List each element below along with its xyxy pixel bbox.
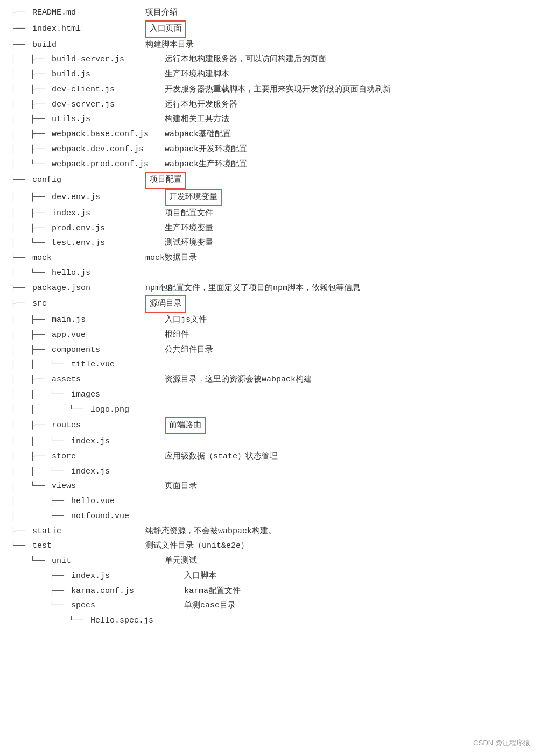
description: 开发环境变量 — [165, 189, 222, 206]
description: npm包配置文件，里面定义了项目的npm脚本，依赖包等信息 — [145, 281, 360, 296]
tree-row: ├── build构建脚本目录 — [11, 38, 530, 53]
tree-prefix: │ │ └── — [11, 387, 69, 402]
tree-prefix: ├── — [11, 5, 30, 20]
description: 项目配置文件 — [165, 206, 213, 221]
description: 入口js文件 — [165, 313, 207, 328]
description: 前端路由 — [165, 417, 206, 434]
tree-row: │ ├── hello.vue — [11, 494, 530, 509]
description: 纯静态资源，不会被wabpack构建。 — [145, 524, 276, 539]
description: 公共组件目录 — [165, 343, 213, 358]
filename: package.json — [32, 281, 140, 296]
tree-row: │ ├── dev-server.js运行本地开发服务器 — [11, 97, 530, 112]
tree-row: └── specs单测case目录 — [11, 598, 530, 613]
filename: dev-client.js — [52, 82, 159, 97]
filename: config — [32, 173, 140, 188]
filename: build.js — [52, 67, 159, 82]
tree-prefix: ├── — [11, 281, 30, 296]
tree-prefix: └── — [11, 613, 88, 628]
filename: Hello.spec.js — [90, 613, 198, 628]
description: wabpack生产环境配置 — [165, 157, 247, 172]
description: 生产环境构建脚本 — [165, 67, 229, 82]
tree-row: │ ├── store应用级数据（state）状态管理 — [11, 449, 530, 464]
highlight-label: 源码目录 — [145, 295, 186, 313]
filename: webpack.base.conf.js — [52, 127, 159, 142]
description: 入口页面 — [145, 20, 186, 38]
description: 源码目录 — [145, 295, 186, 313]
tree-prefix: ├── — [11, 296, 30, 312]
description: 项目介绍 — [145, 5, 178, 20]
tree-prefix: ├── — [11, 22, 30, 37]
tree-prefix: ├── — [11, 584, 69, 599]
tree-row: └── unit单元测试 — [11, 554, 530, 569]
tree-row: ├── package.jsonnpm包配置文件，里面定义了项目的npm脚本，依… — [11, 281, 530, 296]
tree-prefix: │ │ └── — [11, 464, 69, 479]
tree-row: │ ├── dev-client.js开发服务器热重载脚本，主要用来实现开发阶段… — [11, 82, 530, 97]
tree-row: │ ├── components公共组件目录 — [11, 343, 530, 358]
tree-row: │ └── notfound.vue — [11, 509, 530, 524]
description: 应用级数据（state）状态管理 — [165, 449, 278, 464]
tree-prefix: │ │ └── — [11, 434, 69, 449]
description: 资源目录，这里的资源会被wabpack构建 — [165, 372, 312, 387]
description: 运行本地构建服务器，可以访问构建后的页面 — [165, 52, 326, 67]
tree-prefix: │ ├── — [11, 343, 50, 358]
filename: dev-server.js — [52, 97, 159, 112]
highlight-label: 入口页面 — [145, 20, 186, 38]
filename: mock — [32, 251, 140, 266]
filename: hello.vue — [71, 494, 179, 509]
tree-row: ├── static纯静态资源，不会被wabpack构建。 — [11, 524, 530, 539]
tree-row: │ ├── prod.env.js生产环境变量 — [11, 221, 530, 236]
highlight-label: 项目配置 — [145, 172, 186, 189]
filename: build-server.js — [52, 52, 159, 67]
tree-prefix: └── — [11, 539, 30, 554]
description: 测试文件目录（unit&e2e） — [145, 539, 249, 554]
tree-prefix: │ ├── — [11, 418, 50, 433]
description: wabpack开发环境配置 — [165, 142, 247, 157]
filename: hello.js — [52, 266, 159, 281]
filename: test — [32, 539, 140, 554]
filename: routes — [52, 418, 159, 433]
tree-row: ├── index.js入口脚本 — [11, 569, 530, 584]
filename: README.md — [32, 5, 140, 20]
tree-prefix: ├── — [11, 173, 30, 188]
tree-prefix: ├── — [11, 524, 30, 539]
tree-prefix: │ ├── — [11, 313, 50, 328]
tree-row: ├── index.html入口页面 — [11, 20, 530, 38]
tree-row: ├── config项目配置 — [11, 172, 530, 189]
filename: utils.js — [52, 112, 159, 127]
description: 生产环境变量 — [165, 221, 213, 236]
filename: views — [52, 479, 159, 494]
filename: app.vue — [52, 328, 159, 343]
description: 测试环境变量 — [165, 236, 213, 251]
tree-row: │ └── test.env.js测试环境变量 — [11, 236, 530, 251]
filename: images — [71, 387, 179, 402]
tree-row: │ ├── main.js入口js文件 — [11, 313, 530, 328]
tree-row: ├── karma.conf.jskarma配置文件 — [11, 584, 530, 599]
tree-row: │ ├── dev.env.js开发环境变量 — [11, 189, 530, 206]
filename: karma.conf.js — [71, 584, 179, 599]
tree-prefix: │ ├── — [11, 221, 50, 236]
tree-row: │ ├── webpack.dev.conf.jswabpack开发环境配置 — [11, 142, 530, 157]
filename: logo.png — [90, 402, 198, 418]
tree-prefix: │ ├── — [11, 494, 69, 509]
tree-row: │ │ └── logo.png — [11, 402, 530, 418]
filename: index.js — [71, 569, 179, 584]
tree-row: │ ├── build-server.js运行本地构建服务器，可以访问构建后的页… — [11, 52, 530, 67]
filename: test.env.js — [52, 236, 159, 251]
tree-row: │ │ └── index.js — [11, 434, 530, 449]
tree-prefix: │ │ └── — [11, 402, 88, 418]
tree-row: │ ├── assets资源目录，这里的资源会被wabpack构建 — [11, 372, 530, 387]
filename: index.html — [32, 22, 140, 37]
description: 运行本地开发服务器 — [165, 97, 237, 112]
filename: unit — [52, 554, 159, 569]
description: 入口脚本 — [184, 569, 216, 584]
tree-row: │ ├── app.vue根组件 — [11, 328, 530, 343]
watermark: CSDN @汪程序猿 — [473, 738, 530, 748]
tree-row: ├── README.md项目介绍 — [11, 5, 530, 20]
filename: assets — [52, 372, 159, 387]
filename: dev.env.js — [52, 190, 159, 205]
tree-prefix: ├── — [11, 569, 69, 584]
tree-prefix: └── — [11, 598, 69, 613]
description: karma配置文件 — [184, 584, 241, 599]
tree-row: ├── src源码目录 — [11, 295, 530, 313]
filename: index.js — [71, 464, 179, 479]
